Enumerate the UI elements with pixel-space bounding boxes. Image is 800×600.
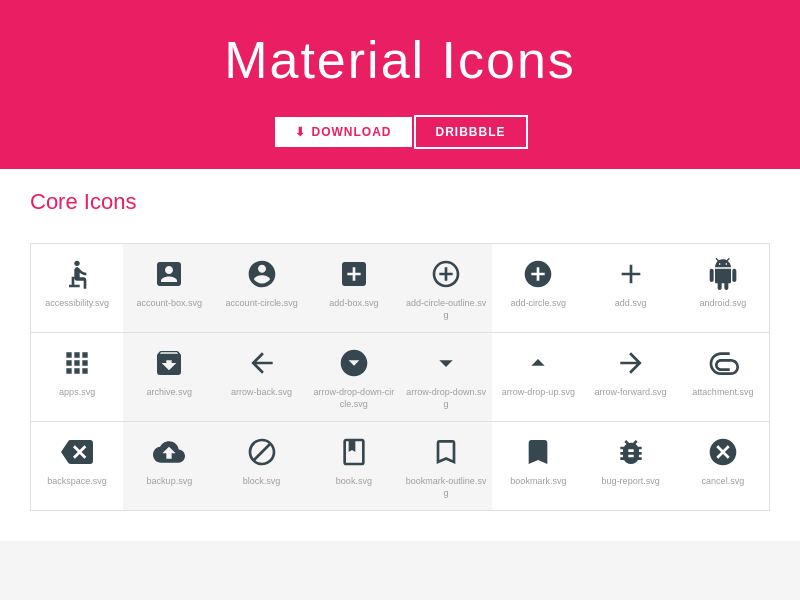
add-circle-outline-icon: [430, 256, 462, 292]
icon-item-add[interactable]: add.svg: [585, 244, 677, 332]
icon-label-apps: apps.svg: [59, 387, 95, 399]
icon-item-android[interactable]: android.svg: [677, 244, 769, 332]
icon-row-0: accessibility.svgaccount-box.svgaccount-…: [31, 244, 769, 333]
icon-label-add-circle: add-circle.svg: [511, 298, 567, 310]
dribbble-button[interactable]: DRIBBBLE: [414, 115, 528, 149]
arrow-drop-down-circle-icon: [338, 345, 370, 381]
icon-item-arrow-drop-up[interactable]: arrow-drop-up.svg: [492, 333, 584, 421]
section-title: Core Icons: [30, 189, 770, 223]
icon-item-backspace[interactable]: backspace.svg: [31, 422, 123, 510]
icon-item-attachment[interactable]: attachment.svg: [677, 333, 769, 421]
add-icon: [615, 256, 647, 292]
icon-item-apps[interactable]: apps.svg: [31, 333, 123, 421]
icon-label-arrow-drop-down-circle: arrow-drop-down-circle.svg: [312, 387, 396, 410]
icon-item-add-circle[interactable]: add-circle.svg: [492, 244, 584, 332]
android-icon: [707, 256, 739, 292]
cancel-icon: [707, 434, 739, 470]
icon-label-accessibility: accessibility.svg: [45, 298, 109, 310]
icon-label-bug-report: bug-report.svg: [602, 476, 660, 488]
svg-point-0: [74, 261, 79, 266]
main-content: Core Icons accessibility.svgaccount-box.…: [0, 169, 800, 541]
arrow-forward-icon: [615, 345, 647, 381]
icon-label-arrow-back: arrow-back.svg: [231, 387, 292, 399]
icon-label-add: add.svg: [615, 298, 647, 310]
icon-label-account-circle: account-circle.svg: [226, 298, 298, 310]
icon-item-bookmark[interactable]: bookmark.svg: [492, 422, 584, 510]
icon-item-cancel[interactable]: cancel.svg: [677, 422, 769, 510]
download-icon: ⬇: [295, 125, 306, 139]
arrow-drop-up-icon: [522, 345, 554, 381]
icon-label-bookmark-outline: bookmark-outline.svg: [404, 476, 488, 499]
icon-label-arrow-drop-down: arrow-drop-down.svg: [404, 387, 488, 410]
icon-label-account-box: account-box.svg: [137, 298, 203, 310]
block-icon: [246, 434, 278, 470]
attachment-icon: [707, 345, 739, 381]
icon-label-book: book.svg: [336, 476, 372, 488]
icon-item-bookmark-outline[interactable]: bookmark-outline.svg: [400, 422, 492, 510]
icon-item-add-box[interactable]: add-box.svg: [308, 244, 400, 332]
icon-label-android: android.svg: [700, 298, 747, 310]
backup-icon: [153, 434, 185, 470]
icon-label-archive: archive.svg: [147, 387, 193, 399]
bug-report-icon: [615, 434, 647, 470]
accessibility-icon: [61, 256, 93, 292]
icon-item-arrow-forward[interactable]: arrow-forward.svg: [585, 333, 677, 421]
icon-label-add-box: add-box.svg: [329, 298, 378, 310]
icon-label-backup: backup.svg: [147, 476, 193, 488]
archive-icon: [153, 345, 185, 381]
bookmark-icon: [522, 434, 554, 470]
icon-item-bug-report[interactable]: bug-report.svg: [585, 422, 677, 510]
icon-label-arrow-drop-up: arrow-drop-up.svg: [502, 387, 575, 399]
icon-label-add-circle-outline: add-circle-outline.svg: [404, 298, 488, 321]
icon-item-add-circle-outline[interactable]: add-circle-outline.svg: [400, 244, 492, 332]
download-button[interactable]: ⬇ DOWNLOAD: [273, 115, 414, 149]
icon-item-arrow-back[interactable]: arrow-back.svg: [216, 333, 308, 421]
backspace-icon: [61, 434, 93, 470]
page-title: Material Icons: [0, 30, 800, 90]
icon-label-bookmark: bookmark.svg: [510, 476, 566, 488]
icon-row-2: backspace.svgbackup.svgblock.svgbook.svg…: [31, 422, 769, 510]
icon-label-block: block.svg: [243, 476, 281, 488]
icon-item-block[interactable]: block.svg: [216, 422, 308, 510]
apps-icon: [61, 345, 93, 381]
bookmark-outline-icon: [430, 434, 462, 470]
icon-grid: accessibility.svgaccount-box.svgaccount-…: [30, 243, 770, 511]
icon-label-backspace: backspace.svg: [47, 476, 107, 488]
arrow-drop-down-icon: [430, 345, 462, 381]
add-box-icon: [338, 256, 370, 292]
header: Material Icons ⬇ DOWNLOAD DRIBBBLE: [0, 0, 800, 169]
icon-row-1: apps.svgarchive.svgarrow-back.svgarrow-d…: [31, 333, 769, 422]
account-circle-icon: [246, 256, 278, 292]
account-box-icon: [153, 256, 185, 292]
add-circle-icon: [522, 256, 554, 292]
icon-item-backup[interactable]: backup.svg: [123, 422, 215, 510]
icon-item-account-box[interactable]: account-box.svg: [123, 244, 215, 332]
icon-item-account-circle[interactable]: account-circle.svg: [216, 244, 308, 332]
icon-label-cancel: cancel.svg: [702, 476, 745, 488]
icon-item-accessibility[interactable]: accessibility.svg: [31, 244, 123, 332]
book-icon: [338, 434, 370, 470]
icon-item-arrow-drop-down-circle[interactable]: arrow-drop-down-circle.svg: [308, 333, 400, 421]
icon-item-arrow-drop-down[interactable]: arrow-drop-down.svg: [400, 333, 492, 421]
icon-item-book[interactable]: book.svg: [308, 422, 400, 510]
icon-label-attachment: attachment.svg: [692, 387, 753, 399]
icon-label-arrow-forward: arrow-forward.svg: [595, 387, 667, 399]
arrow-back-icon: [246, 345, 278, 381]
icon-item-archive[interactable]: archive.svg: [123, 333, 215, 421]
